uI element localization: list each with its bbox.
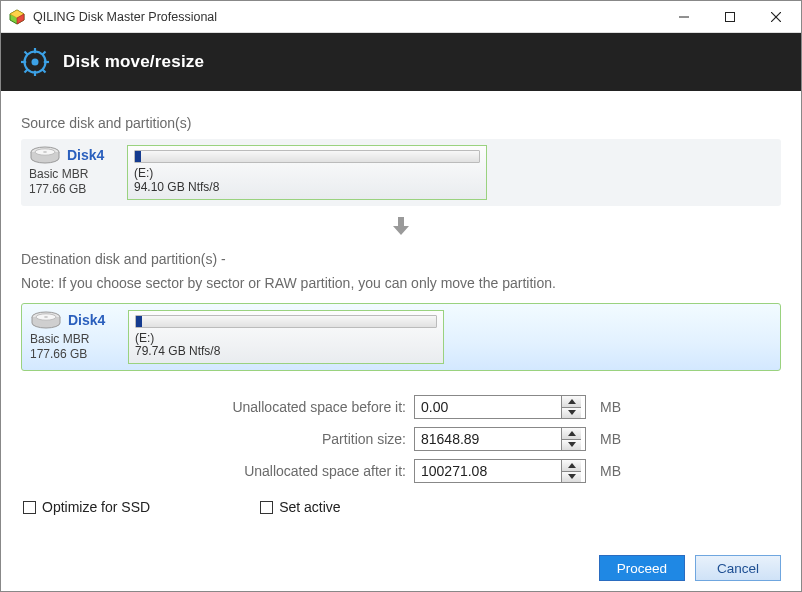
source-disk-name: Disk4	[67, 147, 104, 165]
option-row: Optimize for SSD Set active	[21, 491, 781, 523]
label-unallocated-after: Unallocated space after it:	[21, 463, 406, 479]
svg-rect-4	[726, 12, 735, 21]
checkbox-set-active[interactable]: Set active	[260, 499, 340, 515]
spin-up-icon[interactable]	[562, 428, 581, 440]
svg-marker-25	[568, 431, 576, 436]
window-controls	[661, 2, 799, 32]
spin-down-icon[interactable]	[562, 440, 581, 451]
destination-partition-desc: 79.74 GB Ntfs/8	[135, 345, 437, 359]
content-area: Source disk and partition(s) Disk4 Basic…	[1, 91, 801, 523]
unit-label: MB	[600, 463, 621, 479]
label-partition-size: Partition size:	[21, 431, 406, 447]
close-button[interactable]	[753, 2, 799, 32]
destination-partition-bar[interactable]	[135, 315, 437, 328]
destination-disk-type: Basic MBR	[30, 332, 118, 347]
svg-line-13	[42, 69, 46, 73]
svg-marker-27	[568, 463, 576, 468]
disk-gear-icon	[21, 48, 49, 76]
unit-label: MB	[600, 399, 621, 415]
checkbox-box-icon	[260, 501, 273, 514]
destination-section-label: Destination disk and partition(s) -	[21, 251, 781, 267]
destination-partition[interactable]: (E:) 79.74 GB Ntfs/8	[128, 310, 444, 365]
page-title: Disk move/resize	[63, 52, 204, 72]
destination-note: Note: If you choose sector by sector or …	[21, 275, 781, 291]
input-unallocated-before-field[interactable]	[415, 396, 561, 418]
checkbox-optimize-ssd-label: Optimize for SSD	[42, 499, 150, 515]
resize-form: Unallocated space before it: MB Partitio…	[21, 395, 781, 483]
destination-disk-name: Disk4	[68, 312, 105, 330]
input-unallocated-after-field[interactable]	[415, 460, 561, 482]
unit-label: MB	[600, 431, 621, 447]
svg-line-15	[25, 69, 29, 73]
source-partition[interactable]: (E:) 94.10 GB Ntfs/8	[127, 145, 487, 200]
checkbox-box-icon	[23, 501, 36, 514]
svg-point-22	[44, 316, 48, 318]
source-partition-letter: (E:)	[134, 167, 480, 181]
destination-disk-capacity: 177.66 GB	[30, 347, 118, 362]
svg-marker-24	[568, 410, 576, 415]
checkbox-set-active-label: Set active	[279, 499, 340, 515]
svg-marker-23	[568, 399, 576, 404]
input-unallocated-before[interactable]	[414, 395, 586, 419]
svg-line-14	[42, 52, 46, 56]
app-icon	[9, 9, 25, 25]
source-section-label: Source disk and partition(s)	[21, 115, 781, 131]
svg-marker-26	[568, 442, 576, 447]
maximize-button[interactable]	[707, 2, 753, 32]
minimize-button[interactable]	[661, 2, 707, 32]
input-partition-size[interactable]	[414, 427, 586, 451]
spin-up-icon[interactable]	[562, 460, 581, 472]
spin-down-icon[interactable]	[562, 472, 581, 483]
svg-point-19	[43, 151, 47, 153]
source-disk-info: Disk4 Basic MBR 177.66 GB	[29, 145, 117, 197]
spin-down-icon[interactable]	[562, 408, 581, 419]
checkbox-optimize-ssd[interactable]: Optimize for SSD	[23, 499, 150, 515]
source-disk-capacity: 177.66 GB	[29, 182, 117, 197]
input-partition-size-field[interactable]	[415, 428, 561, 450]
source-partition-desc: 94.10 GB Ntfs/8	[134, 181, 480, 195]
footer-buttons: Proceed Cancel	[599, 555, 781, 581]
svg-marker-28	[568, 474, 576, 479]
title-bar: QILING Disk Master Professional	[1, 1, 801, 33]
source-partition-bar	[134, 150, 480, 163]
destination-partition-letter: (E:)	[135, 332, 437, 346]
arrow-down-icon	[21, 214, 781, 241]
source-disk-card: Disk4 Basic MBR 177.66 GB (E:) 94.10 GB …	[21, 139, 781, 206]
destination-disk-card: Disk4 Basic MBR 177.66 GB (E:) 79.74 GB …	[21, 303, 781, 372]
hard-drive-icon	[30, 310, 62, 332]
window-title: QILING Disk Master Professional	[33, 10, 661, 24]
label-unallocated-before: Unallocated space before it:	[21, 399, 406, 415]
destination-disk-info: Disk4 Basic MBR 177.66 GB	[30, 310, 118, 362]
proceed-button[interactable]: Proceed	[599, 555, 685, 581]
svg-point-16	[32, 59, 39, 66]
svg-line-12	[25, 52, 29, 56]
input-unallocated-after[interactable]	[414, 459, 586, 483]
hard-drive-icon	[29, 145, 61, 167]
source-disk-type: Basic MBR	[29, 167, 117, 182]
spin-up-icon[interactable]	[562, 396, 581, 408]
page-header: Disk move/resize	[1, 33, 801, 91]
cancel-button[interactable]: Cancel	[695, 555, 781, 581]
